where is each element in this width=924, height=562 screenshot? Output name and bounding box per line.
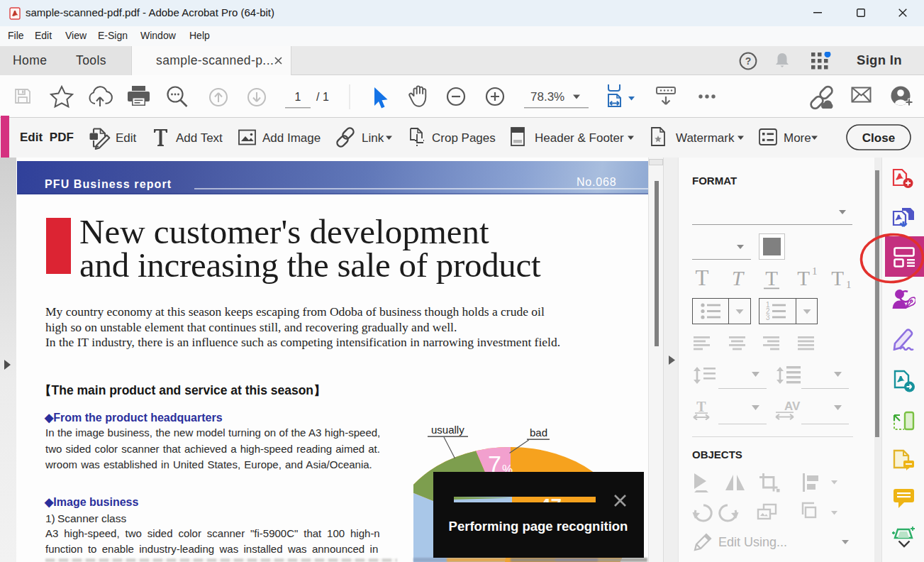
- svg-text:Watermark: Watermark: [676, 131, 735, 145]
- svg-text:Header & Footer: Header & Footer: [535, 131, 624, 145]
- svg-text:Crop Pages: Crop Pages: [432, 131, 496, 145]
- svg-text:1: 1: [812, 265, 818, 277]
- svg-text:T: T: [765, 267, 778, 290]
- svg-text:bad: bad: [530, 426, 547, 439]
- svg-text:Performing page recognition: Performing page recognition: [449, 519, 628, 534]
- svg-text:T: T: [797, 267, 810, 290]
- svg-text:?: ?: [745, 55, 752, 67]
- svg-text:Link: Link: [362, 131, 384, 145]
- svg-text:usually: usually: [431, 424, 464, 436]
- svg-text:1: 1: [295, 91, 301, 103]
- svg-text:Add Text: Add Text: [176, 131, 223, 145]
- svg-text:AV: AV: [784, 400, 801, 413]
- svg-text:T: T: [696, 400, 706, 414]
- svg-text:Add Image: Add Image: [262, 131, 321, 145]
- svg-text:More: More: [784, 131, 811, 145]
- svg-text:Edit: Edit: [116, 131, 137, 145]
- svg-text:T: T: [831, 267, 844, 290]
- svg-text:/ 1: / 1: [316, 91, 329, 103]
- svg-text:78.3%: 78.3%: [530, 90, 564, 104]
- svg-text:3: 3: [766, 314, 770, 321]
- svg-text:T: T: [732, 267, 745, 290]
- svg-text:T: T: [696, 265, 709, 290]
- svg-text:1: 1: [846, 279, 852, 290]
- svg-text:47: 47: [540, 495, 562, 517]
- svg-text:Close: Close: [862, 131, 895, 145]
